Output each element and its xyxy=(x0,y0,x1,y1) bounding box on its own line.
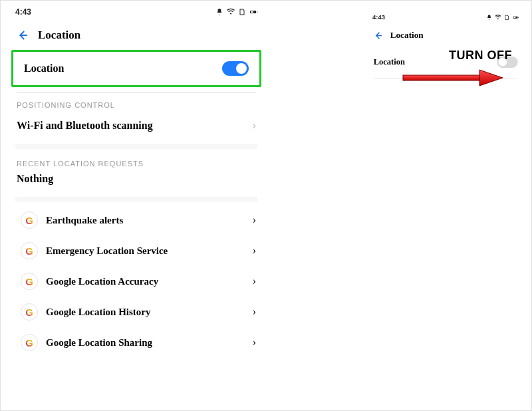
svg-rect-0 xyxy=(403,75,479,80)
status-bar: 4:43 xyxy=(365,9,526,23)
location-toggle-on[interactable] xyxy=(222,61,249,76)
chevron-right-icon: › xyxy=(253,306,256,318)
page-header: Location xyxy=(365,23,526,46)
chevron-right-icon: › xyxy=(253,337,256,348)
battery-icon xyxy=(513,15,519,21)
list-item-label: Emergency Location Service xyxy=(46,245,245,257)
google-icon: G xyxy=(21,211,38,229)
wifi-icon xyxy=(227,8,235,16)
chevron-right-icon: › xyxy=(253,214,256,226)
list-item[interactable]: G Google Location Sharing › xyxy=(6,327,267,358)
status-time: 4:43 xyxy=(15,7,31,17)
google-icon: G xyxy=(21,242,38,259)
section-recent-requests: RECENT LOCATION REQUESTS xyxy=(6,152,267,169)
status-time: 4:43 xyxy=(372,14,385,21)
sim-icon xyxy=(503,15,509,21)
list-item[interactable]: G Earthquake alerts › xyxy=(6,205,267,235)
page-header: Location xyxy=(6,19,267,49)
gap-divider xyxy=(15,144,257,149)
section-positioning-control: POSITIONING CONTROL xyxy=(6,93,267,110)
chevron-right-icon: › xyxy=(253,275,256,287)
page-title: Location xyxy=(38,29,80,42)
sim-icon xyxy=(238,8,246,16)
wifi-bluetooth-scanning-label: Wi-Fi and Bluetooth scanning xyxy=(17,120,253,132)
list-item-label: Google Location Accuracy xyxy=(46,276,245,287)
recent-requests-nothing: Nothing xyxy=(6,169,267,194)
back-button[interactable] xyxy=(17,29,29,41)
status-icons xyxy=(215,8,257,16)
wifi-bluetooth-scanning-row[interactable]: Wi-Fi and Bluetooth scanning › xyxy=(6,110,267,141)
location-toggle-label: Location xyxy=(24,63,222,74)
arrow-left-icon xyxy=(17,29,29,41)
chevron-right-icon: › xyxy=(253,120,256,132)
phone-left: 4:43 Location Location POSITIONING CONTR… xyxy=(6,1,267,410)
status-icons xyxy=(486,15,519,21)
google-icon: G xyxy=(21,273,38,290)
bell-icon xyxy=(486,15,492,21)
highlight-box: Location xyxy=(11,50,261,87)
list-item[interactable]: G Emergency Location Service › xyxy=(6,235,267,266)
status-bar: 4:43 xyxy=(6,1,267,19)
back-button[interactable] xyxy=(374,31,383,41)
battery-icon xyxy=(249,8,257,16)
annotation-arrow-icon xyxy=(400,65,506,91)
google-icon: G xyxy=(21,303,38,321)
bell-icon xyxy=(215,8,223,16)
list-item[interactable]: G Google Location History › xyxy=(6,297,267,327)
arrow-left-icon xyxy=(374,31,383,41)
list-item-label: Google Location Sharing xyxy=(46,337,245,348)
google-icon: G xyxy=(21,334,38,351)
chevron-right-icon: › xyxy=(253,245,256,257)
annotation-turn-off: TURN OFF xyxy=(449,49,512,63)
list-item-label: Earthquake alerts xyxy=(46,215,245,226)
list-item[interactable]: G Google Location Accuracy › xyxy=(6,266,267,297)
gap-divider xyxy=(15,197,257,202)
wifi-icon xyxy=(495,15,501,21)
location-toggle-row[interactable]: Location xyxy=(13,52,259,85)
page-title: Location xyxy=(390,31,424,41)
list-item-label: Google Location History xyxy=(46,307,245,318)
